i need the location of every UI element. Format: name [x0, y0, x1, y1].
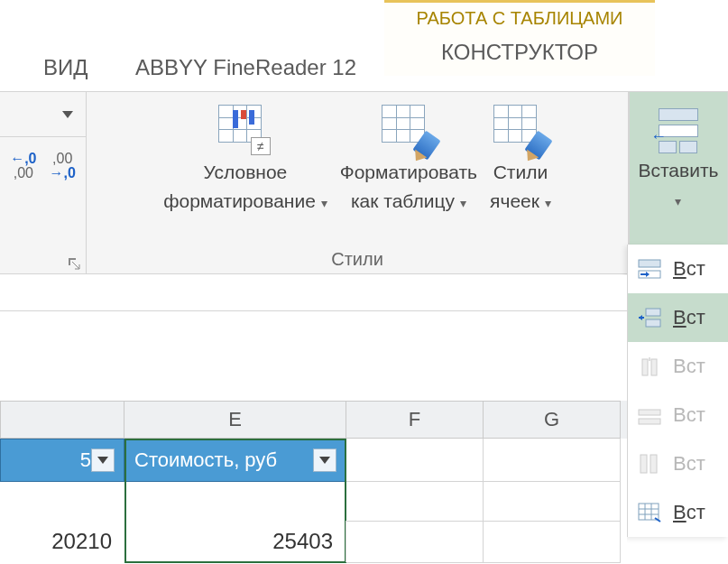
chevron-down-icon: [62, 111, 73, 118]
worksheet-area[interactable]: E F G 5 Стоимость, руб 20210 25403: [0, 275, 627, 564]
filter-button-E[interactable]: [313, 448, 336, 472]
conditional-formatting-button[interactable]: ≠ Условное форматирование ▾: [160, 105, 330, 214]
increase-decimal-button[interactable]: ←,0 ,00: [10, 152, 36, 180]
column-header-D[interactable]: [0, 401, 124, 439]
ribbon: ←,0 ,00 ,00 →,0 ≠ Условное форматировани…: [0, 92, 728, 274]
insert-dropdown-menu: Вст Вст Вст Вст Вст Вст: [627, 245, 728, 537]
column-header-F[interactable]: F: [346, 401, 484, 439]
filter-button-D[interactable]: [91, 448, 115, 472]
svg-rect-5: [651, 359, 657, 375]
insert-menu-item-3: Вст: [628, 342, 728, 391]
table-header-row: 5 Стоимость, руб: [0, 439, 346, 482]
cell-E-value[interactable]: 25403: [124, 521, 346, 562]
format-as-table-button[interactable]: Форматировать как таблицу ▾: [336, 105, 481, 214]
insert-row-icon: [637, 307, 662, 328]
insert-menu-item-5: Вст: [628, 439, 728, 488]
cell-styles-button[interactable]: Стили ячеек ▾: [486, 105, 555, 214]
tab-abbyy[interactable]: ABBYY FineReader 12: [117, 55, 374, 91]
svg-rect-3: [646, 319, 660, 327]
insert-sheet-row-icon: [637, 356, 662, 377]
insert-sheet-column-icon: [637, 404, 662, 426]
insert-cells-icon: ←: [652, 105, 705, 153]
svg-rect-4: [642, 359, 648, 375]
column-header-E[interactable]: E: [124, 401, 346, 439]
table-data-row: 20210 25403: [0, 521, 346, 562]
cell-D-value[interactable]: 20210: [0, 521, 124, 562]
conditional-formatting-icon: ≠: [218, 105, 272, 155]
table-header-cell-D[interactable]: 5: [0, 439, 124, 482]
context-tab-group: РАБОТА С ТАБЛИЦАМИ КОНСТРУКТОР: [384, 0, 655, 76]
decrease-decimal-button[interactable]: ,00 →,0: [50, 152, 76, 180]
insert-column-icon: [637, 453, 662, 475]
column-header-G[interactable]: G: [484, 401, 621, 439]
insert-menu-item-4: Вст: [628, 391, 728, 439]
ribbon-group-number: ←,0 ,00 ,00 →,0: [0, 92, 87, 273]
tab-view[interactable]: ВИД: [25, 55, 106, 91]
formula-bar-area[interactable]: [0, 275, 627, 311]
insert-cells-shift-icon: [637, 258, 662, 280]
table-header-cell-E[interactable]: Стоимость, руб: [124, 439, 346, 482]
insert-menu-item-6[interactable]: Вст: [628, 488, 728, 537]
svg-rect-8: [640, 455, 647, 473]
number-group-launcher[interactable]: [68, 255, 80, 268]
svg-rect-0: [639, 260, 660, 267]
insert-menu-item-1[interactable]: Вст: [628, 245, 728, 293]
svg-rect-9: [650, 455, 657, 473]
tab-constructor[interactable]: КОНСТРУКТОР: [384, 32, 655, 76]
insert-sheet-icon: [637, 502, 662, 523]
styles-group-label: Стили: [87, 249, 628, 273]
empty-grid-cells[interactable]: [346, 439, 627, 564]
number-format-dropdown[interactable]: [0, 92, 86, 137]
insert-menu-item-2[interactable]: Вст: [628, 293, 728, 342]
insert-button[interactable]: ← Вставить ▾: [634, 105, 722, 212]
format-as-table-icon: [382, 105, 436, 155]
svg-rect-2: [646, 309, 660, 316]
ribbon-tabs: ВИД ABBYY FineReader 12 РАБОТА С ТАБЛИЦА…: [0, 0, 728, 92]
ribbon-group-styles: ≠ Условное форматирование ▾ Форматироват…: [87, 92, 629, 273]
context-tab-super: РАБОТА С ТАБЛИЦАМИ: [384, 0, 655, 32]
cell-styles-icon: [493, 105, 548, 155]
column-headers: E F G: [0, 401, 627, 439]
svg-rect-7: [639, 419, 660, 424]
svg-rect-6: [639, 410, 660, 415]
